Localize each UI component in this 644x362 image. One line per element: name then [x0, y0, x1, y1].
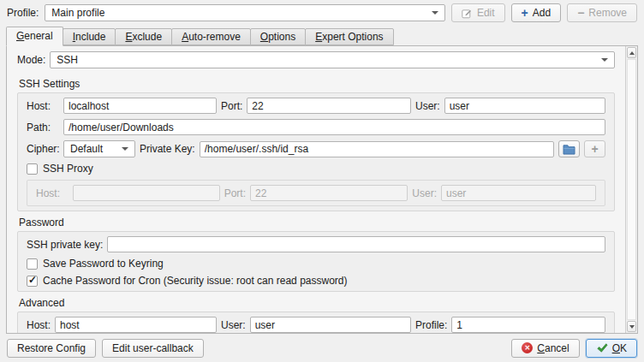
advanced-profile-input[interactable]: [451, 317, 605, 333]
advanced-profile-field: Profile:: [415, 317, 605, 333]
ssh-user-label: User:: [415, 100, 440, 112]
scroll-down-button[interactable]: [627, 321, 636, 332]
folder-icon: [563, 144, 575, 155]
cache-cron-label: Cache Password for Cron (Security issue:…: [43, 275, 347, 287]
tab-auto-remove[interactable]: Auto-remove: [171, 28, 251, 45]
ok-button[interactable]: OK: [586, 339, 637, 358]
remove-profile-button[interactable]: − Remove: [567, 3, 637, 22]
remove-profile-label: Remove: [588, 7, 627, 19]
arrow-down-icon: [629, 325, 635, 329]
vertical-scrollbar[interactable]: [625, 46, 637, 333]
profile-label: Profile:: [7, 7, 39, 19]
ssh-host-label: Host:: [27, 100, 59, 112]
private-key-browse-button[interactable]: [558, 140, 580, 157]
ssh-port-input[interactable]: [247, 98, 411, 114]
tab-options[interactable]: Options: [250, 28, 306, 45]
advanced-user-label: User:: [221, 319, 246, 331]
cipher-combobox[interactable]: Default: [63, 140, 135, 157]
proxy-host-label: Host:: [36, 187, 69, 199]
mode-combobox-value: SSH: [57, 54, 78, 66]
advanced-profile-label: Profile:: [415, 319, 447, 331]
tab-exclude[interactable]: Exclude: [115, 28, 172, 45]
private-key-generate-button[interactable]: +: [584, 140, 605, 157]
advanced-host-field: Host:: [27, 317, 217, 333]
ssh-path-input[interactable]: [63, 119, 605, 135]
ssh-host-input[interactable]: [63, 98, 217, 114]
settings-tabbar: General Include Exclude Auto-remove Opti…: [0, 26, 644, 45]
arrow-up-icon: [629, 51, 635, 55]
tab-auto-remove-label: Auto-remove: [182, 29, 241, 45]
save-keyring-checkbox[interactable]: [27, 258, 38, 270]
cache-cron-row: Cache Password for Cron (Security issue:…: [27, 275, 605, 287]
advanced-title: Advanced: [19, 297, 620, 309]
tab-include[interactable]: Include: [63, 28, 116, 45]
cipher-combobox-value: Default: [70, 143, 103, 155]
ssh-path-row: Path:: [27, 119, 605, 135]
edit-profile-label: Edit: [477, 7, 495, 19]
edit-icon: [462, 8, 473, 19]
ok-label: OK: [612, 342, 627, 354]
edit-user-callback-button[interactable]: Edit user-callback: [102, 339, 204, 358]
plus-icon: +: [591, 143, 598, 155]
proxy-fields-row: Host: Port: User:: [36, 185, 596, 201]
cancel-icon: ✕: [522, 342, 533, 353]
ssh-port-field: Port:: [221, 98, 411, 114]
tab-general-label: General: [16, 27, 53, 45]
proxy-port-input[interactable]: [250, 185, 408, 201]
tab-options-label: Options: [260, 29, 295, 45]
ssh-proxy-checkbox[interactable]: [27, 163, 38, 175]
advanced-group: Host: User: Profile: Full snapshot path:…: [17, 312, 615, 333]
ssh-proxy-label: SSH Proxy: [43, 163, 93, 175]
ssh-proxy-row: SSH Proxy: [27, 163, 605, 175]
general-tab-pane: Mode: SSH SSH Settings Host: Port: User:: [6, 45, 638, 334]
ssh-host-row: Host: Port: User:: [27, 98, 605, 114]
general-tab-content: Mode: SSH SSH Settings Host: Port: User:: [7, 46, 625, 333]
proxy-host-input[interactable]: [73, 185, 220, 201]
advanced-user-field: User:: [221, 317, 411, 333]
mode-label: Mode:: [17, 54, 45, 66]
plus-icon: +: [522, 7, 528, 19]
proxy-port-field: Port:: [224, 185, 408, 201]
ssh-private-key-row: SSH private key:: [27, 236, 605, 252]
chevron-down-icon: [122, 147, 128, 151]
ssh-cipher-row: Cipher: Default Private Key: +: [27, 140, 605, 157]
edit-profile-button[interactable]: Edit: [451, 3, 505, 22]
restore-config-button[interactable]: Restore Config: [7, 339, 96, 358]
chevron-down-icon: [601, 58, 608, 62]
save-keyring-row: Save Password to Keyring: [27, 258, 605, 270]
ssh-user-input[interactable]: [444, 98, 605, 114]
add-profile-button[interactable]: + Add: [511, 3, 562, 22]
proxy-user-field: User:: [412, 185, 596, 201]
proxy-port-label: Port:: [224, 187, 246, 199]
restore-config-label: Restore Config: [17, 342, 86, 354]
ssh-private-key-label: SSH private key:: [27, 239, 103, 251]
edit-user-callback-label: Edit user-callback: [112, 342, 194, 354]
ssh-cipher-label: Cipher:: [27, 143, 59, 155]
tab-general[interactable]: General: [6, 27, 63, 46]
ssh-path-label: Path:: [27, 122, 59, 134]
ssh-user-field: User:: [415, 98, 605, 114]
ssh-private-key-password-input[interactable]: [107, 236, 605, 252]
cancel-button[interactable]: ✕ Cancel: [511, 339, 579, 358]
private-key-input[interactable]: [200, 141, 554, 157]
tab-expert-options[interactable]: Expert Options: [305, 28, 393, 45]
advanced-user-input[interactable]: [250, 317, 411, 333]
ssh-port-label: Port:: [221, 100, 242, 112]
profile-combobox[interactable]: Main profile: [45, 4, 445, 21]
scrollbar-track[interactable]: [627, 59, 636, 320]
advanced-host-label: Host:: [27, 319, 51, 331]
private-key-label: Private Key:: [140, 143, 195, 155]
tab-include-label: Include: [73, 29, 106, 45]
scroll-up-button[interactable]: [627, 47, 636, 58]
tab-exclude-label: Exclude: [125, 29, 162, 45]
password-group: SSH private key: Save Password to Keyrin…: [17, 231, 615, 292]
mode-combobox[interactable]: SSH: [50, 51, 615, 68]
mode-row: Mode: SSH: [17, 51, 615, 68]
save-keyring-label: Save Password to Keyring: [43, 258, 164, 270]
advanced-fields-row: Host: User: Profile:: [27, 317, 605, 333]
ssh-settings-group: Host: Port: User: Path: Cipher:: [17, 92, 615, 211]
cache-cron-checkbox[interactable]: [27, 276, 38, 287]
proxy-user-input[interactable]: [441, 185, 596, 201]
ssh-settings-title: SSH Settings: [19, 78, 620, 90]
advanced-host-input[interactable]: [55, 317, 217, 333]
